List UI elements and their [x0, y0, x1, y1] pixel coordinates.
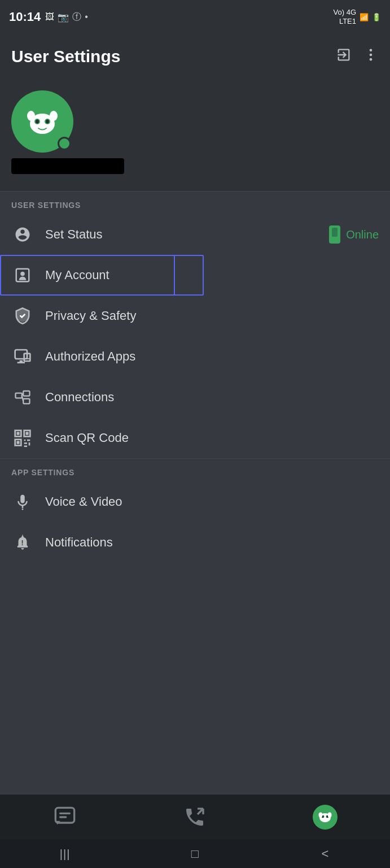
svg-rect-33: [27, 440, 30, 441]
app-settings-label: APP SETTINGS: [0, 459, 390, 481]
svg-rect-20: [25, 358, 29, 359]
svg-point-8: [46, 120, 49, 124]
authorized-apps-label: Authorized Apps: [45, 349, 379, 364]
user-settings-section: USER SETTINGS Set Status Online: [0, 192, 390, 458]
svg-point-10: [50, 111, 58, 121]
user-settings-label: USER SETTINGS: [0, 192, 390, 214]
sidebar-item-set-status[interactable]: Set Status Online: [0, 214, 390, 255]
svg-line-25: [22, 396, 24, 401]
svg-point-2: [370, 58, 373, 61]
svg-rect-29: [25, 432, 28, 435]
status-icons: 🖼 📷 ⓕ •: [45, 11, 88, 23]
home-icon: □: [191, 847, 199, 861]
status-bar-right: Vo) 4G LTE1 📶 🔋: [334, 8, 381, 25]
svg-text:!: !: [21, 539, 24, 547]
connections-icon: [11, 386, 34, 409]
sidebar-item-authorized-apps[interactable]: Authorized Apps: [0, 336, 390, 377]
svg-point-0: [370, 49, 373, 52]
connections-label: Connections: [45, 390, 379, 405]
svg-point-1: [370, 54, 373, 57]
image-icon: 🖼: [45, 12, 54, 22]
svg-rect-42: [59, 813, 71, 814]
page-title: User Settings: [11, 47, 120, 66]
more-options-icon[interactable]: [363, 47, 379, 66]
svg-rect-43: [59, 816, 67, 818]
avatar-container[interactable]: [11, 90, 73, 153]
svg-rect-31: [16, 441, 19, 444]
avatar-status-dot: [58, 137, 71, 150]
svg-rect-32: [24, 440, 26, 441]
svg-rect-36: [24, 445, 27, 447]
carrier-text: Vo) 4G LTE1: [334, 8, 356, 25]
signal-icon: 📶: [360, 13, 369, 21]
set-status-label: Set Status: [45, 227, 329, 242]
svg-rect-12: [332, 228, 338, 237]
nav-discord[interactable]: [308, 800, 342, 834]
back-gesture-button[interactable]: |||: [48, 843, 82, 865]
sidebar-item-notifications[interactable]: ! Notifications: [0, 522, 390, 563]
svg-rect-23: [23, 399, 29, 404]
facebook-icon: ⓕ: [72, 11, 81, 23]
svg-point-52: [318, 813, 322, 818]
svg-rect-22: [23, 391, 29, 396]
svg-point-9: [27, 111, 35, 121]
notifications-icon: !: [11, 531, 34, 554]
voice-video-label: Voice & Video: [45, 494, 379, 509]
instagram-icon: 📷: [58, 12, 69, 23]
notifications-label: Notifications: [45, 535, 379, 550]
status-bar-left: 10:14 🖼 📷 ⓕ •: [9, 10, 88, 24]
app-settings-section: APP SETTINGS Voice & Video ! Notificatio…: [0, 459, 390, 563]
nav-chat[interactable]: [48, 800, 82, 834]
back-button[interactable]: <: [308, 843, 342, 865]
sidebar-item-my-account[interactable]: My Account: [0, 255, 390, 296]
svg-rect-41: [55, 808, 74, 823]
privacy-safety-label: Privacy & Safety: [45, 309, 379, 323]
nav-icons: [0, 795, 390, 840]
svg-rect-27: [16, 432, 19, 435]
privacy-safety-icon: [11, 305, 34, 327]
authorized-apps-icon: [11, 345, 34, 368]
my-account-icon: [11, 264, 34, 287]
svg-rect-21: [16, 393, 22, 398]
online-status-text: Online: [346, 228, 379, 241]
header-icons: [336, 47, 379, 66]
svg-point-53: [327, 813, 331, 818]
recents-icon: |||: [60, 848, 71, 861]
svg-rect-35: [29, 442, 30, 445]
header: User Settings: [0, 34, 390, 79]
profile-section: [0, 79, 390, 191]
svg-rect-34: [24, 442, 27, 444]
bottom-nav: ||| □ <: [0, 795, 390, 868]
dot-icon: •: [85, 12, 88, 22]
nav-calls[interactable]: [178, 800, 212, 834]
system-nav: ||| □ <: [0, 840, 390, 868]
my-account-label: My Account: [45, 268, 379, 283]
logout-icon[interactable]: [336, 47, 352, 66]
scan-qr-label: Scan QR Code: [45, 431, 379, 445]
online-indicator: [329, 225, 340, 244]
sidebar-item-scan-qr[interactable]: Scan QR Code: [0, 418, 390, 458]
svg-point-39: [22, 509, 24, 510]
svg-point-7: [36, 120, 39, 124]
status-bar: 10:14 🖼 📷 ⓕ • Vo) 4G LTE1 📶 🔋: [0, 0, 390, 34]
svg-rect-17: [17, 362, 25, 363]
svg-point-19: [27, 355, 28, 357]
back-icon: <: [321, 847, 328, 861]
svg-point-14: [20, 272, 25, 276]
sidebar-item-connections[interactable]: Connections: [0, 377, 390, 418]
scan-qr-icon: [11, 427, 34, 449]
sidebar-item-privacy-safety[interactable]: Privacy & Safety: [0, 296, 390, 336]
battery-icon: 🔋: [372, 13, 381, 21]
home-button[interactable]: □: [178, 843, 212, 865]
status-right: Online: [329, 225, 379, 244]
status-time: 10:14: [9, 10, 41, 24]
discord-nav-logo: [313, 805, 338, 830]
username-redacted: [11, 158, 124, 174]
sidebar-item-voice-video[interactable]: Voice & Video: [0, 481, 390, 522]
voice-video-icon: [11, 491, 34, 513]
set-status-icon: [11, 223, 34, 246]
